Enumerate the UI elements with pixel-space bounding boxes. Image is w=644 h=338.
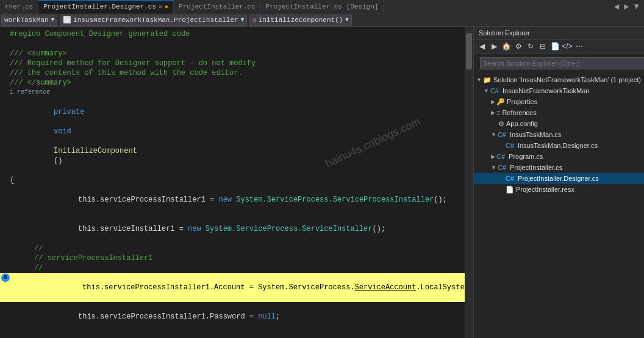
solution-explorer: Solution Explorer ◀ ▶ 🏠 ⚙ ↻ ⊟ 📄 </> ⋯ ▼ … [473, 27, 644, 338]
nav-class-icon: ⬜ [63, 16, 71, 24]
se-item-insustaskman[interactable]: ▼ C# InsusTaskMan.cs [474, 129, 644, 140]
se-properties-btn[interactable]: 📄 [549, 41, 560, 52]
nav-dropdown-method[interactable]: ◇ InitializeComponent() ▼ [249, 15, 352, 26]
tab-design-label: ProjectInstaller.cs [Design] [266, 3, 379, 10]
se-item-appconfig[interactable]: ⚙ App.config [474, 118, 644, 129]
tab-designer-label: ProjectInstaller.Designer.cs [43, 3, 156, 10]
tab-modified-icon: ● [165, 4, 168, 10]
se-item-program[interactable]: ▶ C# Program.cs [474, 151, 644, 162]
code-line-summary3: /// the contents of this method with the… [0, 68, 473, 78]
se-pi-arrow: ▼ [491, 164, 496, 171]
se-refs-arrow: ▶ [491, 110, 495, 116]
code-line-blank1 [0, 39, 473, 49]
vertical-scrollbar[interactable] [465, 27, 473, 338]
se-insustaskman-label: InsusTaskMan.cs [510, 131, 561, 138]
se-item-projectinstaller-resx[interactable]: 📄 ProjectInstaller.resx [474, 184, 644, 195]
line-content-region: #region Component Designer generated cod… [10, 29, 473, 39]
badge-8: 8 [1, 273, 10, 282]
se-projectinstaller-label: ProjectInstaller.cs [510, 164, 562, 171]
se-back-btn[interactable]: ◀ [476, 41, 487, 52]
nav-namespace-label: workTaskMan [4, 16, 49, 24]
code-line-si1: this.serviceInstaller1 = new System.Serv… [0, 214, 473, 244]
tab-designer[interactable]: ProjectInstaller.Designer.cs ✕ ● [38, 0, 174, 13]
properties-icon: 🔑 [496, 98, 505, 106]
solution-icon: 📁 [483, 76, 492, 84]
code-line-comment3: // [0, 263, 473, 273]
se-item-projectinstaller-designer[interactable]: C# ProjectInstaller.Designer.cs [474, 173, 644, 184]
tab-scroll-right-icon[interactable]: ▶ [621, 1, 631, 12]
se-search-container [474, 54, 644, 73]
se-project-arrow: ▼ [484, 88, 489, 94]
code-line-comment1: // [0, 244, 473, 253]
se-code-btn[interactable]: </> [562, 41, 573, 52]
se-toolbar: ◀ ▶ 🏠 ⚙ ↻ ⊟ 📄 </> ⋯ [474, 40, 644, 54]
code-editor[interactable]: hainu4s.cnblogs.com #region Component De… [0, 27, 473, 338]
se-appconfig-label: App.config [506, 120, 538, 127]
se-projectinstaller-resx-label: ProjectInstaller.resx [516, 186, 574, 193]
tab-dropdown-icon[interactable]: ▼ [632, 2, 642, 12]
appconfig-icon: ⚙ [498, 120, 504, 128]
code-line-region: #region Component Designer generated cod… [0, 29, 473, 39]
se-refresh-btn[interactable]: ↻ [525, 41, 536, 52]
se-props-arrow: ▶ [491, 99, 495, 105]
se-collapse-btn[interactable]: ⊟ [537, 41, 548, 52]
se-itm-arrow: ▼ [491, 132, 496, 138]
tab-design[interactable]: ProjectInstaller.cs [Design] [261, 0, 384, 13]
code-line-summary1: /// <summary> [0, 49, 473, 58]
projectinstaller-designer-icon: C# [506, 175, 514, 182]
insustaskman-designer-icon: C# [506, 142, 514, 149]
tab-projectinstaller-label: ProjectInstaller.cs [179, 3, 255, 10]
se-solution[interactable]: ▼ 📁 Solution 'InsusNetFrameworkTaskMan' … [474, 74, 644, 85]
code-line-refcount: 1 reference [0, 88, 473, 97]
nav-class-label: InsusNetFrameworkTaskMan.ProjectInstalle… [73, 16, 238, 24]
se-item-references[interactable]: ▶ ≡ References [474, 107, 644, 118]
se-references-label: References [502, 109, 536, 116]
se-item-insustaskman-designer[interactable]: C# InsusTaskMan.Designer.cs [474, 140, 644, 151]
scrollbar-thumb[interactable] [466, 33, 472, 69]
nav-bar: workTaskMan ▼ ⬜ InsusNetFrameworkTaskMan… [0, 13, 644, 27]
se-item-projectinstaller[interactable]: ▼ C# ProjectInstaller.cs [474, 162, 644, 173]
main-area: hainu4s.cnblogs.com #region Component De… [0, 27, 644, 338]
project-icon: C# [490, 87, 499, 94]
nav-method-icon: ◇ [252, 16, 257, 24]
projectinstaller-resx-icon: 📄 [506, 186, 514, 194]
se-settings-btn[interactable]: ⋯ [574, 41, 585, 52]
se-forward-btn[interactable]: ▶ [488, 41, 499, 52]
projectinstaller-icon: C# [498, 164, 506, 171]
nav-method-label: InitializeComponent() [259, 16, 343, 24]
se-program-label: Program.cs [509, 153, 543, 160]
se-home-btn[interactable]: 🏠 [501, 41, 512, 52]
se-search-input[interactable] [480, 57, 644, 69]
keyword-void: void [54, 127, 71, 136]
tab-designer-close[interactable]: ✕ [159, 3, 162, 10]
code-content[interactable]: hainu4s.cnblogs.com #region Component De… [0, 27, 473, 338]
program-icon: C# [496, 153, 505, 160]
tab-bar-right: ◀ ▶ ▼ [612, 1, 644, 12]
code-line-account: 8 this.serviceProcessInstaller1.Account … [0, 273, 473, 302]
nav-class-arrow: ▼ [241, 17, 244, 23]
code-line-spi1: this.serviceProcessInstaller1 = new Syst… [0, 185, 473, 214]
tab-scroll-left-icon[interactable]: ◀ [612, 1, 621, 12]
tab-rner[interactable]: rner.cs [0, 0, 38, 13]
se-item-properties[interactable]: ▶ 🔑 Properties [474, 96, 644, 107]
nav-dropdown-class[interactable]: ⬜ InsusNetFrameworkTaskMan.ProjectInstal… [60, 15, 247, 26]
se-prog-arrow: ▶ [491, 153, 495, 160]
code-line-username: this.serviceProcessInstaller1.Username =… [0, 331, 473, 338]
nav-method-arrow: ▼ [345, 17, 348, 23]
code-line-password: this.serviceProcessInstaller1.Password =… [0, 302, 473, 331]
tab-rner-label: rner.cs [5, 3, 33, 10]
method-name: InitializeComponent [54, 147, 137, 155]
se-filter-btn[interactable]: ⚙ [513, 41, 524, 52]
tab-projectinstaller[interactable]: ProjectInstaller.cs [174, 0, 260, 13]
keyword-private: private [54, 108, 84, 116]
code-line-method: private void InitializeComponent () [0, 97, 473, 175]
se-tree[interactable]: ▼ 📁 Solution 'InsusNetFrameworkTaskMan' … [474, 73, 644, 338]
se-project[interactable]: ▼ C# InsusNetFrameworkTaskMan [474, 85, 644, 96]
insustaskman-icon: C# [498, 131, 506, 138]
code-line-comment2: // serviceProcessInstaller1 [0, 253, 473, 263]
nav-dropdown-namespace[interactable]: workTaskMan ▼ [1, 15, 57, 26]
solution-explorer-title: Solution Explorer [474, 27, 644, 40]
se-projectinstaller-designer-label: ProjectInstaller.Designer.cs [518, 175, 599, 182]
se-solution-label: Solution 'InsusNetFrameworkTaskMan' (1 p… [493, 76, 641, 83]
nav-namespace-arrow: ▼ [51, 17, 54, 23]
